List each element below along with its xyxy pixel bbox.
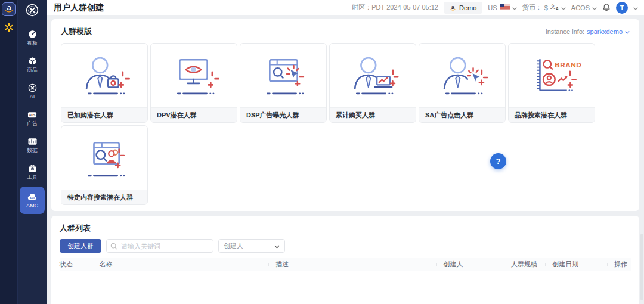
translate-icon: 文A — [550, 4, 559, 11]
search-box — [106, 239, 213, 253]
sidebar-item-tools[interactable]: 工具 — [20, 160, 45, 184]
template-card-label: 品牌搜索潜在人群 — [509, 107, 595, 123]
template-card-sa-click[interactable]: SA广告点击人群 — [419, 43, 506, 123]
sidebar-item-amc[interactable]: AMCAMC — [20, 187, 45, 214]
chevron-down-icon — [625, 28, 630, 35]
chevron-down-icon — [274, 243, 280, 250]
sidebar-item-ads[interactable]: ADS广告 — [20, 106, 45, 130]
template-card-label: DPV潜在人群 — [151, 107, 237, 123]
template-card-dsp-exposure[interactable]: DSP广告曝光人群 — [240, 43, 327, 123]
column-header: 状态 — [60, 260, 92, 269]
topbar: 用户人群创建 时区：PDT 2024-05-07 05:12 a Demo US — [47, 0, 644, 15]
account-selector[interactable]: a Demo — [444, 2, 482, 14]
template-card-label: 已加购潜在人群 — [61, 107, 147, 123]
chevron-down-icon — [561, 4, 566, 11]
sidebar-item-dashboard[interactable]: 看板 — [20, 26, 45, 49]
sidebar-item-products[interactable]: 商品 — [20, 52, 45, 76]
audience-templates-panel: 人群模版 Instance info: sparkxdemo 已加购潜在人群DP… — [51, 19, 639, 211]
platform-rail: a — [0, 0, 18, 304]
instance-value: sparkxdemo — [587, 28, 623, 35]
column-header: 描述 — [268, 260, 436, 269]
amazon-logo-icon: a — [3, 2, 15, 16]
us-flag-icon — [500, 4, 510, 11]
app-window: a 看板商品AIADS广告数据工具AMCAMC 用户人群创建 时区：PDT 20… — [0, 0, 644, 304]
templates-title: 人群模版 — [61, 26, 92, 37]
template-card-label: 特定内容搜索潜在人群 — [61, 190, 147, 205]
page-title: 用户人群创建 — [54, 2, 104, 13]
user-avatar[interactable]: T — [616, 2, 628, 14]
help-button[interactable]: ? — [490, 153, 506, 169]
bell-icon[interactable] — [602, 3, 611, 13]
dashboard-icon — [27, 29, 37, 39]
ai-icon — [27, 83, 37, 92]
svg-text:BRAND: BRAND — [555, 60, 581, 69]
column-header: 人群规模 — [504, 260, 545, 269]
column-header: 操作 — [607, 260, 631, 269]
template-card-label: 累计购买人群 — [330, 107, 416, 123]
template-card-label: SA广告点击人群 — [419, 107, 505, 123]
template-card-label: DSP广告曝光人群 — [240, 107, 326, 123]
search-input[interactable] — [106, 239, 213, 253]
template-card-added-to-cart[interactable]: 已加购潜在人群 — [61, 43, 148, 123]
column-header: 创建日期 — [545, 260, 607, 269]
chevron-down-icon[interactable] — [633, 4, 638, 11]
table-empty-body — [60, 271, 631, 304]
person-chart-illustration — [330, 44, 416, 107]
audience-list-panel: 人群列表 创建人群 创建人 状态名称描述创建人人群规模创建日期操作 — [51, 216, 639, 304]
creator-filter-select[interactable]: 创建人 — [218, 239, 285, 253]
sidebar-item-label: AMC — [26, 203, 38, 209]
brand-emblem-icon — [26, 4, 39, 17]
svg-text:ADS: ADS — [29, 114, 36, 117]
sidebar-nav: 看板商品AIADS广告数据工具AMCAMC — [20, 23, 45, 214]
template-card-cumulative-purchase[interactable]: 累计购买人群 — [329, 43, 416, 123]
brand-search-illustration: BRAND — [509, 44, 595, 107]
data-icon — [27, 137, 37, 146]
chevron-down-icon — [512, 4, 517, 11]
page-scrollbar[interactable] — [640, 234, 643, 300]
browser-people-illustration — [61, 126, 147, 190]
sidebar: 看板商品AIADS广告数据工具AMCAMC — [18, 0, 47, 304]
topbar-right: 时区：PDT 2024-05-07 05:12 a Demo US — [352, 2, 638, 14]
timezone: 时区：PDT 2024-05-07 05:12 — [352, 3, 438, 12]
amc-icon: AMC — [27, 192, 37, 201]
audience-list-title: 人群列表 — [60, 223, 631, 234]
ads-icon: ADS — [27, 110, 37, 119]
browser-click-illustration — [240, 44, 326, 107]
svg-text:AMC: AMC — [30, 197, 35, 199]
metric-selector[interactable]: ACOS — [571, 4, 597, 11]
sidebar-item-label: 数据 — [27, 148, 38, 153]
column-header: 创建人 — [436, 260, 504, 269]
sidebar-item-label: 商品 — [27, 67, 38, 73]
svg-text:a: a — [451, 4, 455, 10]
content: 人群模版 Instance info: sparkxdemo 已加购潜在人群DP… — [47, 15, 644, 304]
marketplace-selector[interactable]: US — [488, 4, 516, 11]
main-area: 用户人群创建 时区：PDT 2024-05-07 05:12 a Demo US — [47, 0, 644, 304]
instance-selector[interactable]: Instance info: sparkxdemo — [546, 28, 630, 35]
chevron-down-icon — [592, 4, 597, 11]
sidebar-item-label: 看板 — [27, 41, 38, 46]
column-header: 名称 — [92, 260, 268, 269]
monitor-eye-illustration — [151, 44, 237, 107]
sidebar-item-label: 广告 — [27, 121, 38, 126]
sidebar-item-label: AI — [30, 94, 35, 100]
template-card-specific-content-search[interactable]: 特定内容搜索潜在人群 — [61, 125, 148, 205]
template-cards: 已加购潜在人群DPV潜在人群DSP广告曝光人群累计购买人群SA广告点击人群BRA… — [61, 43, 597, 205]
walmart-platform-button[interactable] — [4, 23, 14, 33]
create-audience-button[interactable]: 创建人群 — [60, 239, 101, 253]
tools-icon — [27, 163, 37, 173]
sidebar-item-label: 工具 — [27, 175, 38, 180]
person-click-illustration — [419, 44, 505, 107]
person-bag-illustration — [61, 44, 147, 107]
template-card-dpv[interactable]: DPV潜在人群 — [150, 43, 237, 123]
currency-selector[interactable]: 货币： $ 文A — [522, 3, 566, 12]
search-icon — [110, 243, 117, 250]
svg-text:a: a — [7, 3, 11, 12]
amazon-mini-icon: a — [450, 4, 456, 12]
template-card-brand-search[interactable]: BRAND品牌搜索潜在人群 — [508, 43, 595, 123]
walmart-spark-icon — [4, 23, 14, 35]
sidebar-item-ai[interactable]: AI — [20, 79, 45, 103]
table-header-row: 状态名称描述创建人人群规模创建日期操作 — [60, 258, 631, 271]
sidebar-item-data[interactable]: 数据 — [20, 133, 45, 157]
amazon-platform-button[interactable]: a — [2, 2, 16, 16]
products-icon — [27, 56, 37, 66]
